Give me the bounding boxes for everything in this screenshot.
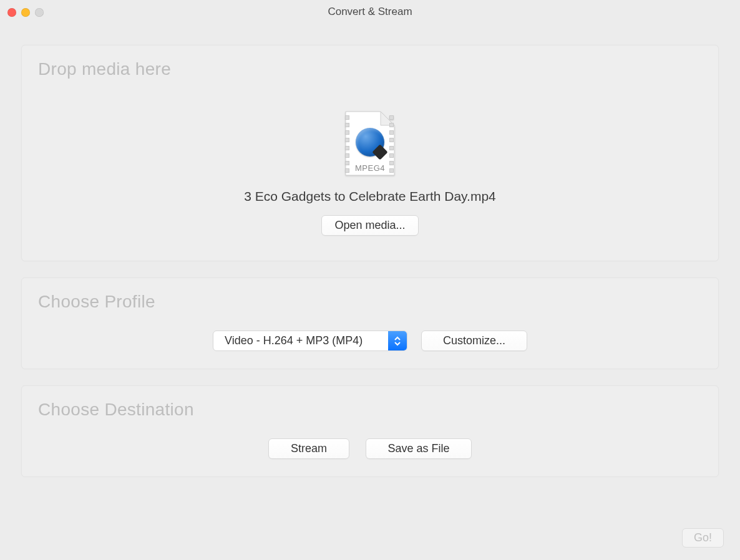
drop-area[interactable]: MPEG4 3 Eco Gadgets to Celebrate Earth D…	[38, 110, 702, 236]
save-as-file-button[interactable]: Save as File	[366, 438, 472, 459]
profile-select[interactable]: Video - H.264 + MP3 (MP4)	[213, 331, 407, 351]
select-arrows-icon	[388, 331, 407, 350]
choose-profile-panel: Choose Profile Video - H.264 + MP3 (MP4)…	[21, 278, 719, 369]
drop-media-panel[interactable]: Drop media here MPEG4 3 Eco Gadgets to C…	[21, 45, 719, 261]
selected-filename: 3 Eco Gadgets to Celebrate Earth Day.mp4	[244, 189, 496, 204]
choose-destination-panel: Choose Destination Stream Save as File	[21, 385, 719, 477]
go-button: Go!	[682, 528, 724, 548]
window-title: Convert & Stream	[0, 6, 740, 18]
titlebar: Convert & Stream	[0, 0, 740, 24]
drop-media-heading: Drop media here	[38, 59, 702, 79]
profile-select-value: Video - H.264 + MP3 (MP4)	[213, 331, 388, 350]
quicktime-logo-icon	[356, 128, 384, 157]
stream-button[interactable]: Stream	[268, 438, 349, 459]
file-type-badge: MPEG4	[342, 163, 398, 173]
window-content: Drop media here MPEG4 3 Eco Gadgets to C…	[0, 24, 740, 477]
choose-destination-heading: Choose Destination	[38, 400, 702, 420]
media-file-icon: MPEG4	[342, 110, 398, 178]
footer: Go!	[682, 528, 724, 548]
destination-row: Stream Save as File	[38, 438, 702, 459]
profile-row: Video - H.264 + MP3 (MP4) Customize...	[38, 331, 702, 351]
customize-profile-button[interactable]: Customize...	[421, 331, 527, 351]
open-media-button[interactable]: Open media...	[321, 215, 418, 236]
choose-profile-heading: Choose Profile	[38, 292, 702, 312]
